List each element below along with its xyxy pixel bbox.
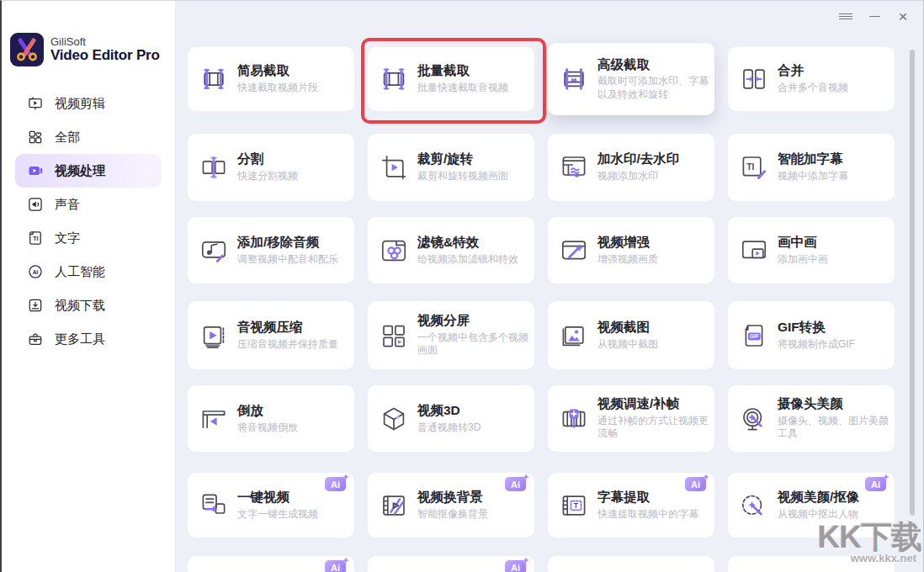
ai-badge: Ai (685, 477, 706, 491)
card-title: 高级截取 (597, 57, 709, 72)
card-title: 智能加字幕 (778, 151, 848, 167)
feature-card-ai-onekey[interactable]: 一键视频文字一键生成视频Ai (188, 473, 354, 538)
feature-card-enhance[interactable]: 视频增强增强视频画质 (548, 217, 714, 283)
card-title: 一键视频 (237, 490, 318, 505)
sidebar-item-6[interactable]: AI人工智能 (15, 255, 162, 289)
feature-card-beauty-cam[interactable]: 摄像头美颜摄像头、视频、图片美颜工具 (728, 385, 895, 452)
feature-card-subtitle-extract[interactable]: T字幕提取快速提取视频中的字幕Ai (548, 473, 714, 538)
feature-card-watermark[interactable]: 加水印/去水印视频添加水印 (548, 134, 714, 201)
video-3d-icon (379, 404, 409, 434)
feature-card-split[interactable]: 分割快速分割视频 (188, 134, 354, 201)
sidebar: GiliSoft Video Editor Pro 视频剪辑全部视频处理声音TI… (2, 1, 176, 572)
feature-card-audio-edit[interactable]: 添加/移除音频调整视频中配音和配乐 (188, 217, 354, 283)
crop-rotate-icon (379, 152, 409, 183)
card-desc: 通过补帧的方式让视频更流畅 (597, 415, 709, 441)
sidebar-item-label: 文字 (55, 230, 80, 246)
svg-text:GIF: GIF (750, 333, 759, 339)
video-filled-icon (27, 162, 44, 179)
minimize-icon[interactable] (866, 8, 883, 24)
feature-card-beauty-matting[interactable]: 视频美颜/抠像从视频中抠出人物Ai (728, 473, 895, 538)
ai-badge: Ai (325, 560, 346, 572)
beauty-matting-icon (739, 490, 769, 521)
card-title: 视频调速/补帧 (597, 396, 709, 411)
card-desc: 批量快速截取音视频 (417, 82, 508, 95)
card-title: 添加/移除音频 (237, 235, 338, 250)
feature-card-partial[interactable]: Ai (188, 556, 354, 572)
feature-card-clip-batch[interactable]: 批量截取批量快速截取音视频 (368, 47, 534, 111)
feature-card-speed-frames[interactable]: 视频调速/补帧通过补帧的方式让视频更流畅 (548, 385, 714, 452)
svg-text:TI: TI (33, 236, 38, 242)
feature-card-screenshot[interactable]: 视频截图从视频中截图 (548, 301, 714, 369)
text-doc-icon: TI (27, 230, 44, 246)
vertical-scrollbar[interactable] (910, 50, 915, 516)
split-icon (199, 152, 229, 183)
sparkle-icon (883, 474, 889, 480)
card-title: 合并 (778, 63, 848, 78)
ai-circle-icon: AI (27, 263, 44, 280)
gif-convert-icon: GIF (739, 320, 769, 351)
feature-card-crop-rotate[interactable]: 裁剪/旋转裁剪和旋转视频画面 (368, 134, 534, 201)
card-title: 视频美颜/抠像 (778, 490, 859, 505)
sidebar-item-7[interactable]: 视频下载 (15, 289, 162, 322)
card-desc: 普通视频转3D (417, 421, 481, 435)
feature-grid: 简易截取快速截取视频片段批量截取批量快速截取音视频高级截取截取时可添加水印、字幕… (175, 1, 923, 572)
sparkle-icon (523, 557, 529, 564)
sidebar-item-4[interactable]: 声音 (15, 188, 162, 221)
subtitle-extract-icon: T (559, 490, 589, 521)
feature-card-split-screen[interactable]: 视频分屏一个视频中包含多个视频画面 (368, 301, 534, 369)
svg-text:TI: TI (746, 162, 754, 172)
sidebar-item-8[interactable]: 更多工具 (15, 322, 162, 356)
feature-card-partial[interactable] (548, 556, 714, 572)
feature-card-clip-advanced[interactable]: 高级截取截取时可添加水印、字幕以及特效和旋转 (548, 43, 714, 115)
feature-card-reverse[interactable]: 倒放将音视频倒放 (188, 385, 354, 452)
menu-icon[interactable] (837, 8, 854, 24)
clip-advanced-icon (559, 64, 589, 94)
feature-card-compress[interactable]: 音视频压缩压缩音视频并保持质量 (188, 301, 354, 369)
feature-card-partial[interactable]: Ai (368, 556, 534, 572)
card-desc: 添加画中画 (778, 253, 828, 267)
feature-card-partial[interactable] (728, 556, 895, 572)
feature-card-video-3d[interactable]: 视频3D普通视频转3D (368, 385, 534, 452)
beauty-cam-icon (739, 404, 769, 434)
card-desc: 视频添加水印 (597, 170, 679, 183)
card-desc: 截取时可添加水印、字幕以及特效和旋转 (597, 75, 709, 101)
sparkle-icon (523, 474, 529, 480)
speaker-icon (27, 196, 44, 213)
sidebar-item-2[interactable]: 全部 (15, 120, 162, 154)
card-title: 分割 (237, 151, 298, 167)
watermark-icon (559, 152, 589, 183)
card-desc: 将音视频倒放 (237, 421, 298, 435)
clip-batch-icon (379, 64, 409, 94)
card-title: 音视频压缩 (237, 320, 338, 335)
feature-card-gif-convert[interactable]: GIFGIF转换将视频制作成GIF (728, 301, 895, 369)
bg-change-icon (379, 490, 409, 521)
card-desc: 压缩音视频并保持质量 (237, 338, 338, 352)
feature-card-bg-change[interactable]: 视频换背景智能抠像换背景Ai (368, 473, 534, 538)
card-desc: 增强视频画质 (597, 253, 658, 267)
card-title: 视频换背景 (417, 490, 488, 505)
reverse-icon (199, 404, 229, 434)
sidebar-item-1[interactable]: 视频剪辑 (15, 87, 162, 120)
grid-heart-icon (27, 129, 44, 146)
sidebar-item-3[interactable]: 视频处理 (15, 154, 162, 188)
card-desc: 文字一键生成视频 (237, 508, 318, 522)
feature-card-merge[interactable]: 合并合并多个音视频 (728, 47, 895, 111)
feature-card-subtitle-ai[interactable]: TI智能加字幕视频中添加字幕 (728, 134, 895, 201)
projector-play-icon (27, 95, 44, 112)
card-title: 视频增强 (597, 235, 658, 250)
feature-card-pip[interactable]: 画中画添加画中画 (728, 217, 895, 283)
feature-card-clip-simple[interactable]: 简易截取快速截取视频片段 (188, 47, 354, 111)
card-desc: 智能抠像换背景 (417, 508, 488, 522)
pip-icon (739, 236, 769, 266)
card-desc: 从视频中截图 (597, 338, 658, 352)
brand-company: GiliSoft (50, 36, 160, 48)
card-title: 视频截图 (597, 320, 658, 335)
close-icon[interactable]: × (895, 8, 911, 24)
feature-card-filter-fx[interactable]: 滤镜&特效给视频添加滤镜和特效 (368, 217, 534, 283)
card-title: 批量截取 (417, 63, 508, 78)
card-title: 画中画 (778, 235, 828, 250)
sidebar-item-5[interactable]: TI文字 (15, 221, 162, 255)
card-title: 字幕提取 (597, 490, 698, 505)
enhance-icon (559, 236, 589, 266)
card-title: 摄像头美颜 (778, 396, 889, 411)
